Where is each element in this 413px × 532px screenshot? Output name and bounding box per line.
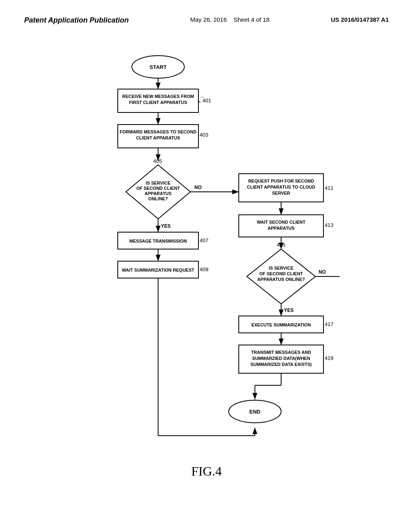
node-405-label4: ONLINE?: [148, 196, 168, 201]
node-415-label3: APPARATUS ONLINE?: [257, 277, 305, 282]
step-415: 415: [277, 242, 286, 248]
step-403: 403: [200, 132, 209, 138]
start-label: START: [150, 64, 167, 70]
node-411-label2: CLIENT APPARATUS TO CLOUD: [247, 185, 315, 189]
step-419: 419: [325, 355, 334, 361]
step-411: 411: [325, 185, 334, 191]
node-419-label3: SUMMARIZED DATA EXISTS): [250, 362, 312, 367]
sheet-info: May 26, 2016 Sheet 4 of 18: [190, 16, 269, 23]
page: Patent Application Publication May 26, 2…: [0, 0, 413, 532]
patent-number: US 2016/0147387 A1: [331, 16, 389, 23]
node-403-label2: CLIENT APPARATUS: [136, 135, 180, 140]
end-label: END: [249, 409, 260, 415]
node-407-label: MESSAGE TRANSMISSION: [129, 239, 187, 243]
node-409-label: WAIT SUMMARIZATION REQUEST: [122, 268, 194, 272]
step-405: 405: [153, 158, 162, 164]
step-417: 417: [325, 321, 334, 327]
node-415-label1: IS SERVICE: [269, 266, 294, 270]
step-409: 409: [200, 266, 209, 272]
node-411-label1: REQUEST PUSH FOR SECOND: [248, 179, 314, 183]
node-413-label1: WAIT SECOND CLIENT: [257, 220, 306, 224]
node-401-label: RECEIVE NEW MESSAGES FROM: [122, 94, 194, 99]
node-411-label3: SERVER: [272, 191, 290, 195]
step-407: 407: [200, 237, 209, 243]
label-no-415: NO: [319, 269, 326, 275]
node-415-diamond: [247, 249, 315, 304]
node-419-label1: TRANSMIT MESSAGES AND: [251, 350, 311, 355]
node-413-label2: APPARATUS: [268, 226, 295, 231]
node-419-label2: SUMMARZIED DATA(WHEN: [252, 356, 310, 361]
figure-caption: FIG.4: [191, 464, 222, 479]
node-403-label1: FORWARD MESSAGES TO SECOND: [120, 129, 196, 134]
node-401-label2: FIRST CLIENT APPARATUS: [129, 100, 187, 105]
node-405-label1: IS SERVICE: [146, 181, 171, 185]
diagram-container: START RECEIVE NEW MESSAGES FROM FIRST CL…: [24, 49, 389, 479]
flowchart-svg: START RECEIVE NEW MESSAGES FROM FIRST CL…: [65, 49, 348, 456]
step-401-tilde: ⌒: [200, 96, 205, 102]
node-415-label2: OF SECOND CLIENT: [259, 271, 303, 276]
node-405-label2: OF SECOND CLIENT: [136, 186, 180, 191]
publication-title: Patent Application Publication: [24, 16, 129, 25]
step-413: 413: [325, 222, 334, 228]
label-yes-405: YES: [161, 223, 171, 229]
label-no-405: NO: [194, 185, 202, 190]
page-header: Patent Application Publication May 26, 2…: [24, 16, 389, 25]
node-417-label: EXECUTE SUMMARIZATION: [251, 322, 311, 327]
node-405-label3: APPARATUS: [145, 191, 172, 196]
label-yes-415: YES: [284, 308, 294, 313]
